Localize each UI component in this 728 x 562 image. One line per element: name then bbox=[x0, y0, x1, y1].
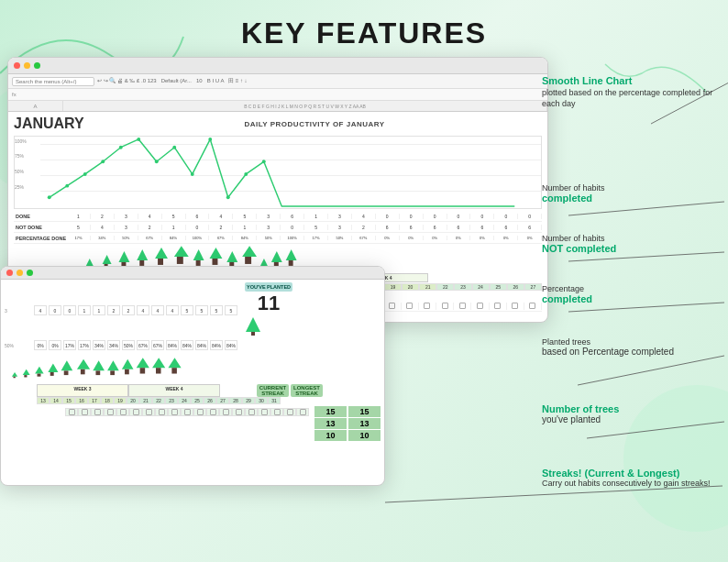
annotation-percentage: Percentage completed bbox=[542, 284, 721, 304]
svg-rect-34 bbox=[245, 257, 251, 264]
pct-row: PERCENTAGE DONE 17%34%50%67%84%100%67%84… bbox=[14, 233, 542, 244]
annotation-streaks: Streaks! (Current & Longest) Carry out h… bbox=[542, 468, 721, 488]
spreadsheet-second: 3 40011224445555 YOU'VE PLANTED 11 50% 0… bbox=[0, 266, 385, 486]
svg-rect-53 bbox=[50, 372, 54, 376]
done-cells: 12345645361340000000 bbox=[67, 214, 542, 219]
svg-rect-26 bbox=[177, 257, 183, 264]
svg-point-5 bbox=[101, 160, 105, 163]
svg-point-14 bbox=[262, 160, 266, 163]
svg-marker-66 bbox=[152, 358, 165, 368]
svg-marker-50 bbox=[35, 367, 43, 374]
svg-rect-65 bbox=[140, 368, 146, 373]
streak-row-1: 15 15 bbox=[5, 406, 381, 417]
pct-label: PERCENTAGE DONE bbox=[14, 236, 67, 241]
y-label-25: 25% bbox=[15, 184, 24, 190]
notdone-cells: 54321021305326666666 bbox=[67, 225, 542, 230]
pct-cells: 17%34%50%67%84%100%67%84%50%100%17%50%67… bbox=[67, 236, 542, 240]
svg-marker-31 bbox=[226, 251, 237, 262]
planted-count: 11 bbox=[245, 292, 292, 315]
y-label-50: 50% bbox=[15, 169, 24, 174]
streak-row-3: 10 10 bbox=[5, 430, 381, 441]
svg-rect-59 bbox=[95, 370, 100, 375]
svg-rect-49 bbox=[24, 375, 27, 377]
svg-line-76 bbox=[385, 486, 722, 502]
ss2-week3: WEEK 3 bbox=[37, 384, 128, 397]
svg-point-13 bbox=[244, 172, 248, 176]
svg-marker-35 bbox=[260, 259, 268, 266]
svg-marker-39 bbox=[286, 249, 297, 260]
svg-point-2 bbox=[48, 195, 51, 199]
svg-rect-61 bbox=[110, 370, 115, 375]
svg-point-12 bbox=[226, 195, 230, 199]
svg-point-4 bbox=[83, 172, 87, 176]
streak2-longest: 13 bbox=[348, 418, 381, 429]
ss2-min bbox=[17, 270, 23, 276]
annotation-smooth-line: Smooth Line Chart plotted based on the p… bbox=[542, 72, 721, 109]
chart-area: 100% 75% 50% 25% bbox=[14, 136, 542, 209]
svg-rect-30 bbox=[212, 259, 217, 265]
toolbar: ↩ ↪ 🔍 🖨 & ‰ ₤ .0 123 Default (Ar... 10 B… bbox=[8, 74, 547, 89]
svg-marker-33 bbox=[242, 246, 257, 257]
annotation-num-trees: Number of trees you've planted bbox=[542, 403, 721, 424]
svg-point-3 bbox=[65, 184, 69, 188]
ss2-max bbox=[27, 270, 33, 276]
svg-marker-62 bbox=[122, 359, 134, 369]
svg-line-71 bbox=[568, 202, 724, 215]
month-label: JANUARY bbox=[14, 116, 87, 132]
svg-rect-67 bbox=[156, 368, 161, 373]
svg-rect-51 bbox=[38, 374, 41, 377]
ss2-close bbox=[6, 270, 13, 276]
ss2-trees-svg bbox=[5, 355, 280, 382]
svg-line-74 bbox=[578, 356, 724, 385]
streak1-current: 15 bbox=[314, 406, 347, 417]
ss2-week4: WEEK 4 bbox=[128, 384, 220, 397]
svg-marker-46 bbox=[12, 372, 17, 377]
svg-marker-29 bbox=[210, 248, 223, 259]
svg-marker-48 bbox=[23, 369, 30, 375]
streak3-current: 10 bbox=[314, 430, 347, 441]
svg-rect-57 bbox=[81, 369, 85, 375]
svg-point-10 bbox=[191, 172, 194, 176]
ss2-titlebar bbox=[1, 267, 384, 280]
svg-marker-21 bbox=[137, 249, 148, 260]
smooth-line-title: Smooth Line Chart bbox=[542, 72, 721, 88]
notdone-label: NOT DONE bbox=[14, 225, 67, 230]
search-input[interactable] bbox=[12, 77, 94, 86]
svg-rect-24 bbox=[158, 259, 163, 265]
svg-marker-44 bbox=[246, 317, 260, 332]
svg-point-6 bbox=[119, 146, 123, 149]
svg-marker-25 bbox=[174, 246, 189, 257]
svg-rect-55 bbox=[64, 370, 69, 375]
page-title: KEY FEATURES bbox=[0, 0, 728, 50]
svg-marker-37 bbox=[271, 251, 282, 262]
titlebar bbox=[8, 58, 547, 74]
svg-rect-69 bbox=[171, 368, 177, 373]
svg-marker-54 bbox=[61, 360, 73, 370]
svg-marker-27 bbox=[193, 249, 204, 260]
svg-rect-45 bbox=[251, 332, 255, 336]
ss2-day-numbers: 13 14 15 16 17 18 19 20 21 22 23 24 25 2… bbox=[1, 397, 384, 404]
line-chart-svg bbox=[40, 137, 541, 208]
spreadsheet-header: JANUARY DAILY PRODUCTIVITY OF JANUARY bbox=[8, 112, 547, 134]
notdone-row: NOT DONE 54321021305326666666 bbox=[14, 222, 542, 233]
streak1-longest: 15 bbox=[348, 406, 381, 417]
svg-rect-47 bbox=[13, 377, 15, 379]
maximize-dot bbox=[34, 62, 40, 69]
smooth-line-body: plotted based on the percentage complete… bbox=[542, 88, 721, 109]
streak3-longest: 10 bbox=[348, 430, 381, 441]
close-dot bbox=[14, 62, 20, 69]
formula-bar: fx bbox=[8, 89, 547, 101]
youve-planted-label: YOU'VE PLANTED bbox=[245, 282, 292, 292]
svg-marker-56 bbox=[77, 359, 90, 369]
svg-marker-19 bbox=[118, 251, 129, 262]
ss2-trees-row bbox=[1, 355, 384, 384]
toolbar-icons: ↩ ↪ 🔍 🖨 & ‰ ₤ .0 123 Default (Ar... 10 B… bbox=[97, 77, 248, 85]
svg-marker-52 bbox=[48, 363, 58, 371]
y-label-100: 100% bbox=[15, 138, 27, 144]
chart-title: DAILY PRODUCTIVITY OF JANUARY bbox=[87, 120, 542, 128]
done-row: DONE 12345645361340000000 bbox=[14, 211, 542, 222]
ss2-streak-rows: 15 15 13 13 10 10 bbox=[1, 404, 384, 443]
svg-rect-63 bbox=[125, 369, 129, 375]
longest-streak-header: LONGEST STREAK bbox=[291, 384, 323, 397]
svg-marker-58 bbox=[93, 360, 105, 370]
